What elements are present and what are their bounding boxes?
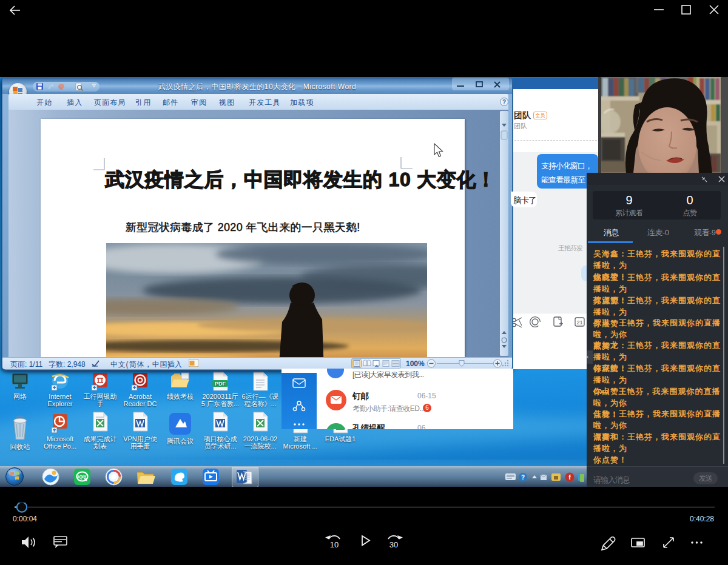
svg-text:iQIY: iQIY — [78, 475, 86, 480]
svg-text:?: ? — [521, 474, 525, 481]
svg-text:10: 10 — [330, 540, 339, 549]
svg-text:21: 21 — [576, 319, 582, 326]
svg-text:?: ? — [502, 99, 506, 105]
svg-text:PDF: PDF — [215, 381, 226, 387]
svg-text:f: f — [568, 473, 571, 481]
svg-text:30: 30 — [389, 540, 398, 549]
